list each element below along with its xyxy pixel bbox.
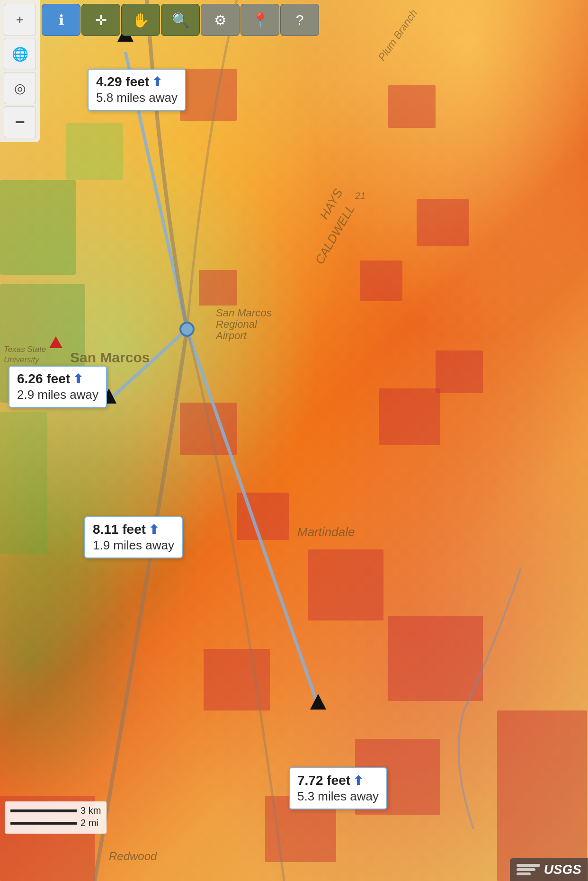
usgs-waves-icon	[517, 864, 540, 875]
help-button[interactable]: ?	[280, 4, 319, 36]
hotspot	[180, 403, 237, 455]
globe-button[interactable]: 🌐	[4, 38, 36, 70]
popup-3-value-text: 8.11 feet	[93, 522, 146, 537]
toolbar-top: ℹ ✛ ✋ 🔍 ⚙ 📍 ?	[38, 0, 323, 40]
hotspot	[199, 270, 237, 306]
info-button[interactable]: ℹ	[42, 4, 80, 36]
popup-3-value: 8.11 feet ⬆	[93, 522, 174, 537]
popup-2-value-text: 6.26 feet	[17, 371, 70, 387]
hotspot	[388, 616, 483, 701]
popup-1: 4.29 feet ⬆ 5.8 miles away	[88, 69, 186, 111]
location-button[interactable]: 📍	[241, 4, 279, 36]
toolbar-left: + 🌐 ◎ −	[0, 0, 40, 142]
popup-2: 6.26 feet ⬆ 2.9 miles away	[9, 366, 107, 408]
scale-km-line	[10, 809, 77, 812]
coolspot	[0, 180, 76, 275]
popup-4-distance: 5.3 miles away	[297, 789, 379, 804]
usgs-wave-1	[517, 864, 540, 867]
hotspot	[180, 69, 237, 121]
hand-button[interactable]: ✋	[121, 4, 160, 36]
scale-mi-line	[10, 822, 77, 825]
popup-1-arrow: ⬆	[152, 75, 162, 90]
scale-km-label: 3 km	[80, 805, 101, 816]
target-button[interactable]: ◎	[4, 72, 36, 104]
usgs-logo: USGS	[510, 858, 588, 881]
popup-3-arrow: ⬆	[149, 522, 159, 537]
hotspot	[436, 351, 483, 393]
map-container: HAYS CALDWELL 21 Plum Branch San Marcos …	[0, 0, 588, 881]
popup-4-value: 7.72 feet ⬆	[297, 773, 379, 788]
search-button[interactable]: 🔍	[161, 4, 200, 36]
hotspot	[417, 199, 469, 246]
scale-km-row: 3 km	[10, 805, 101, 816]
crosshair-button[interactable]: ✛	[81, 4, 120, 36]
settings-button[interactable]: ⚙	[201, 4, 240, 36]
zoom-in-button[interactable]: +	[4, 4, 36, 36]
scale-mi-row: 2 mi	[10, 818, 101, 828]
popup-2-distance: 2.9 miles away	[17, 387, 98, 402]
hotspot	[360, 261, 402, 301]
usgs-wave-3	[517, 872, 531, 875]
usgs-label: USGS	[544, 862, 581, 877]
popup-3: 8.11 feet ⬆ 1.9 miles away	[84, 516, 183, 558]
zoom-out-button[interactable]: −	[4, 106, 36, 138]
popup-2-value: 6.26 feet ⬆	[17, 371, 98, 387]
scale-bar: 3 km 2 mi	[5, 801, 107, 834]
scale-mi-label: 2 mi	[80, 818, 98, 828]
popup-1-distance: 5.8 miles away	[96, 90, 178, 105]
usgs-wave-2	[517, 868, 535, 871]
coolspot	[66, 123, 123, 180]
popup-2-arrow: ⬆	[73, 372, 83, 387]
popup-1-value: 4.29 feet ⬆	[96, 74, 178, 90]
hotspot	[308, 549, 383, 620]
hotspot	[204, 649, 270, 710]
popup-4-value-text: 7.72 feet	[297, 773, 350, 788]
hotspot	[388, 85, 436, 128]
coolspot	[0, 412, 47, 554]
popup-4: 7.72 feet ⬆ 5.3 miles away	[289, 767, 387, 809]
popup-3-distance: 1.9 miles away	[93, 538, 174, 553]
hotspot	[237, 493, 289, 540]
hotspot	[379, 388, 440, 445]
popup-4-arrow: ⬆	[353, 773, 364, 788]
hotspot	[497, 710, 587, 881]
popup-1-value-text: 4.29 feet	[96, 74, 149, 90]
